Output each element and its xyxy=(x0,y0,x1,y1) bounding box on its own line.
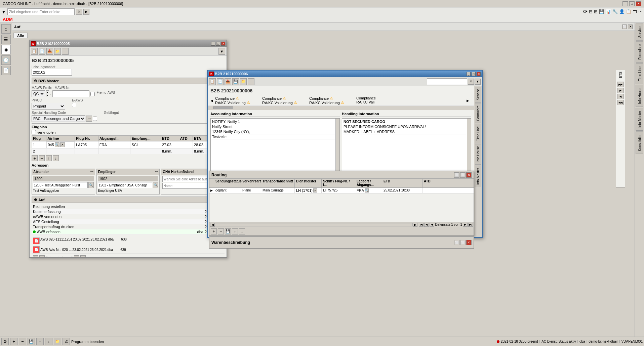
win1-tb-s-btn[interactable]: ▼ xyxy=(218,48,225,55)
up-flight-btn[interactable]: ↑ xyxy=(46,155,52,161)
bottom-down[interactable]: ↓ xyxy=(45,338,52,345)
routing-close[interactable]: ✕ xyxy=(466,172,472,178)
mawb-prefix-select[interactable]: QC xyxy=(32,90,45,97)
tab-infohouse[interactable]: Info House xyxy=(475,144,481,165)
bg-win-close[interactable]: ✕ xyxy=(628,25,633,29)
page-next[interactable]: ▶ xyxy=(74,255,79,257)
gefahr-checkbox[interactable] xyxy=(93,117,97,121)
toolbar-icon3[interactable]: ⊞ xyxy=(594,9,598,14)
page-prev[interactable]: ◀ xyxy=(39,255,45,257)
rp-btn3[interactable]: ◀ xyxy=(617,94,624,99)
waren-close[interactable]: ✕ xyxy=(466,240,472,245)
tab-service[interactable]: Service xyxy=(475,87,481,102)
routing-hscroll-bar[interactable] xyxy=(215,223,413,226)
comp-scroll-right[interactable]: ▶ xyxy=(467,95,471,105)
sidebar-icon-circle[interactable]: ◉ xyxy=(1,45,11,54)
bottom-save[interactable]: 💾 xyxy=(28,338,35,345)
r-page-prev[interactable]: ◀ xyxy=(424,223,429,227)
right-tab-timeline[interactable]: Time Line xyxy=(636,63,643,84)
rbt-up[interactable]: ↑ xyxy=(232,228,238,234)
r-page-next[interactable]: ▶ xyxy=(463,223,468,227)
toolbar-icon9[interactable]: 🗔 xyxy=(633,9,637,14)
rbt-add[interactable]: + xyxy=(211,228,217,234)
nav-go-btn[interactable]: ▶ xyxy=(83,9,89,15)
right-tab-service[interactable]: Service xyxy=(636,24,643,41)
toolbar-user[interactable]: 👤 xyxy=(619,9,625,14)
tab-timeline[interactable]: Time Line xyxy=(475,124,481,143)
add-flight-btn[interactable]: + xyxy=(32,155,38,161)
waren-expand1[interactable]: ⬜ xyxy=(454,240,459,245)
toolbar-icon2[interactable]: ⊟ xyxy=(589,9,593,14)
win1-tb-btn3[interactable]: 📤 xyxy=(46,48,53,55)
win2-tb4[interactable]: 💾 xyxy=(232,78,239,85)
win2-max[interactable]: □ xyxy=(472,72,476,76)
toolbar-icon4[interactable]: 💾 xyxy=(599,9,604,14)
la-search[interactable]: 🔍 xyxy=(365,188,369,192)
rp-btn2[interactable]: ▶ xyxy=(617,88,624,93)
minimize-btn[interactable]: ─ xyxy=(622,1,628,6)
sidebar-icon-clock[interactable]: 🕐 xyxy=(1,55,11,65)
win1-tb-btn2[interactable]: 📄 xyxy=(39,48,45,55)
absender-search-btn[interactable]: 🔍 xyxy=(88,182,94,188)
eawb-checkbox[interactable] xyxy=(72,103,76,107)
special-handling-select[interactable]: PAC - Passenger and Cargo xyxy=(32,115,85,122)
rbt-save[interactable]: 💾 xyxy=(225,228,231,234)
win2-tb1[interactable]: 📋 xyxy=(209,78,216,85)
win2-min[interactable]: _ xyxy=(467,72,471,76)
empfaenger-edit[interactable]: ✏ xyxy=(155,170,158,174)
win1-tb-btn5[interactable]: ⋯ xyxy=(62,48,69,55)
win2-tb6[interactable]: ⋯ xyxy=(248,78,254,85)
r-page-last[interactable]: ▶| xyxy=(468,223,473,227)
pdf-btn2[interactable]: 📄 xyxy=(33,246,40,253)
close-btn[interactable]: ✕ xyxy=(636,1,641,6)
expand-icon[interactable]: ⊙ xyxy=(34,79,37,83)
right-tab-formulare[interactable]: Formulare xyxy=(636,41,643,63)
right-tab-infohouse[interactable]: Info House xyxy=(636,85,643,107)
sidebar-icon-home[interactable]: ⌂ xyxy=(1,24,11,34)
nav-clear-btn[interactable]: ✕ xyxy=(76,9,82,15)
routing-scroll-left[interactable]: ◀ xyxy=(210,223,215,227)
fremd-awb-checkbox[interactable] xyxy=(90,92,95,96)
r-page-prev2[interactable]: ◀ xyxy=(430,223,434,227)
verknuepfen-checkbox[interactable] xyxy=(32,130,36,134)
bottom-remove[interactable]: − xyxy=(19,338,26,345)
tab-infomaster[interactable]: Info Master xyxy=(475,166,481,187)
auf-expand[interactable]: ⊕ xyxy=(34,198,37,202)
airline-search1[interactable]: 🔍 xyxy=(55,142,59,147)
win1-max[interactable]: □ xyxy=(216,42,220,46)
ppcc-select[interactable]: Prepaid xyxy=(32,103,65,110)
toolbar-icon6[interactable]: 🔧 xyxy=(612,9,618,14)
comp-scroll-left[interactable]: ◀ xyxy=(210,95,215,105)
empfaenger-search-btn[interactable]: 🔍 xyxy=(153,182,158,188)
page-first[interactable]: |◀ xyxy=(33,255,38,257)
win2-tb2[interactable]: 📄 xyxy=(217,78,224,85)
bottom-add[interactable]: + xyxy=(10,338,17,345)
rp-btn4[interactable]: ◀◀ xyxy=(617,100,624,105)
win2-tb3[interactable]: 📤 xyxy=(225,78,231,85)
win1-min[interactable]: _ xyxy=(211,42,215,46)
win2-search-field[interactable] xyxy=(427,78,467,85)
sidebar-icon-doc[interactable]: 📄 xyxy=(1,66,11,75)
absender-edit[interactable]: ✏ xyxy=(90,170,93,174)
pdf-btn1[interactable]: 📄 xyxy=(33,237,40,244)
win1-tb-btn1[interactable]: 📋 xyxy=(31,48,38,55)
airline-clear1[interactable]: ✕ xyxy=(60,142,65,147)
r-page-first[interactable]: |◀ xyxy=(419,223,424,227)
win1-tb-btn4[interactable]: 📁 xyxy=(54,48,61,55)
sidebar-icon-list[interactable]: ☰ xyxy=(1,35,11,44)
nav-input[interactable] xyxy=(7,8,75,15)
win1-close[interactable]: ✕ xyxy=(221,42,225,46)
page-last[interactable]: ▶| xyxy=(80,255,86,257)
absender-search[interactable] xyxy=(33,182,88,188)
bottom-settings[interactable]: ⚙ xyxy=(1,338,9,345)
win2-tb5[interactable]: 📁 xyxy=(240,78,247,85)
toolbar-icon10[interactable]: ⋯ xyxy=(638,9,643,14)
waren-expand2[interactable]: ⬜ xyxy=(460,240,466,245)
down-flight-btn[interactable]: ↓ xyxy=(53,155,59,161)
routing-expand2[interactable]: ⬜ xyxy=(460,172,466,178)
bottom-print[interactable]: 🖨 xyxy=(63,338,70,345)
empfaenger-search[interactable] xyxy=(98,182,153,188)
tab-formulare[interactable]: Formulare xyxy=(475,103,481,123)
win1-leistungsmonat-input[interactable] xyxy=(32,69,72,76)
right-tab-infomaster[interactable]: Info Master xyxy=(636,108,643,131)
